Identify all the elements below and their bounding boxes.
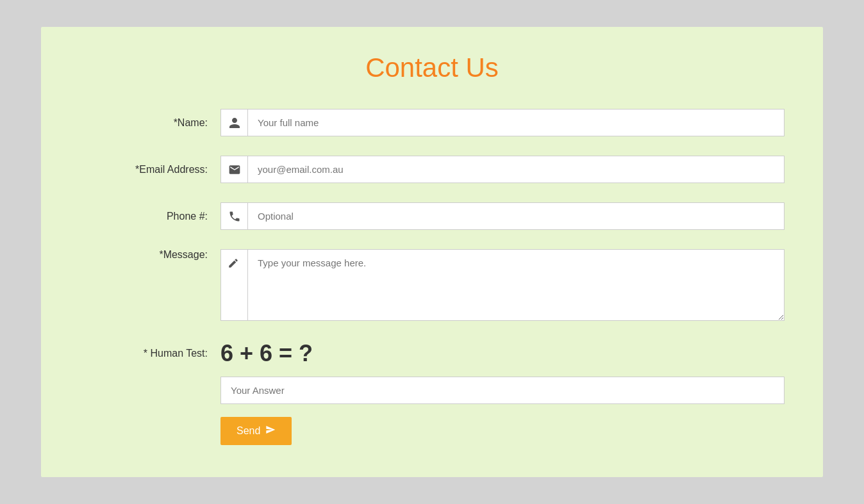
phone-input[interactable] [248, 203, 784, 229]
pencil-icon [221, 250, 248, 320]
send-button[interactable]: Send [220, 417, 292, 445]
send-row: Send [79, 417, 785, 445]
email-row: *Email Address: [79, 156, 785, 183]
email-label: *Email Address: [79, 164, 220, 175]
name-input[interactable] [248, 110, 784, 136]
name-row: *Name: [79, 109, 785, 136]
name-input-wrapper [220, 109, 785, 136]
human-test-label: * Human Test: [79, 348, 220, 359]
message-textarea-wrapper [220, 249, 785, 321]
human-test-label-row: * Human Test: 6 + 6 = ? [220, 340, 785, 367]
phone-row: Phone #: [79, 202, 785, 230]
human-test-section: * Human Test: 6 + 6 = ? [79, 340, 785, 404]
name-label: *Name: [79, 117, 220, 129]
answer-input-wrapper [220, 377, 785, 404]
message-textarea[interactable] [248, 250, 784, 320]
page-title: Contact Us [79, 53, 785, 83]
person-icon [221, 110, 248, 136]
human-test-equation: 6 + 6 = ? [220, 340, 313, 367]
phone-input-wrapper [220, 202, 785, 230]
send-icon [265, 425, 276, 437]
form-container: Contact Us *Name: *Email Address: [41, 27, 823, 477]
send-button-label: Send [237, 425, 260, 437]
phone-label: Phone #: [79, 211, 220, 222]
page-wrapper: Contact Us *Name: *Email Address: [0, 0, 864, 504]
phone-icon [221, 203, 248, 229]
answer-input[interactable] [221, 377, 784, 403]
message-label: *Message: [79, 249, 220, 261]
email-input-wrapper [220, 156, 785, 183]
email-icon [221, 156, 248, 183]
email-input[interactable] [248, 156, 784, 183]
message-row: *Message: [79, 249, 785, 321]
